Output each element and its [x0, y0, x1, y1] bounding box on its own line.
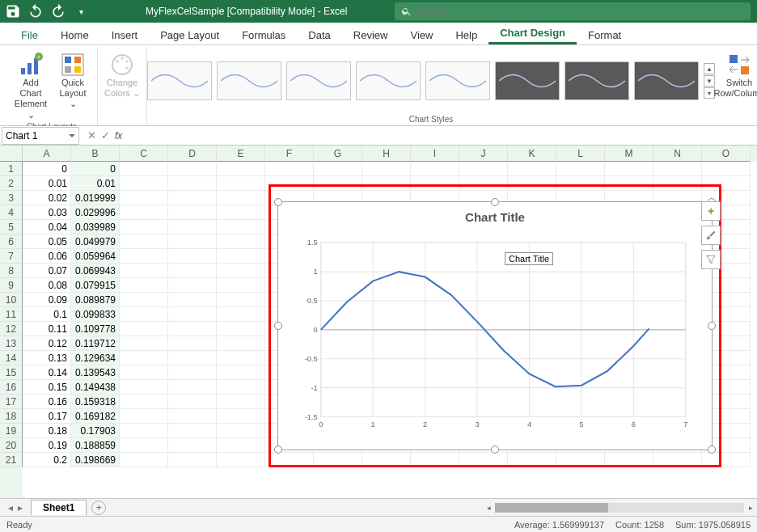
cell-a9[interactable]: 0.08	[23, 278, 71, 293]
cell-b6[interactable]: 0.049979	[71, 234, 120, 249]
row-header-9[interactable]: 9	[0, 278, 23, 293]
sheet-nav-prev[interactable]: ◂	[8, 502, 13, 513]
enter-formula-icon[interactable]: ✓	[101, 129, 110, 141]
search-box[interactable]	[395, 2, 751, 20]
cell-b1[interactable]: 0	[71, 162, 120, 176]
column-header-g[interactable]: G	[314, 146, 362, 162]
cell-b13[interactable]: 0.119712	[71, 336, 120, 351]
cell-b9[interactable]: 0.079915	[71, 278, 120, 293]
horizontal-scrollbar[interactable]: ◂ ▸	[482, 501, 757, 514]
cell-a12[interactable]: 0.11	[23, 322, 71, 336]
row-header-11[interactable]: 11	[0, 307, 23, 322]
tab-chart-design[interactable]: Chart Design	[488, 22, 577, 44]
cell-b10[interactable]: 0.089879	[71, 293, 120, 307]
change-colors-button[interactable]: Change Colors ⌄	[103, 50, 142, 100]
column-header-h[interactable]: H	[362, 146, 411, 162]
cell-b4[interactable]: 0.029996	[71, 205, 120, 220]
column-header-n[interactable]: N	[653, 146, 702, 162]
row-header-12[interactable]: 12	[0, 322, 23, 336]
cell-b11[interactable]: 0.099833	[71, 307, 120, 322]
chart-styles-icon[interactable]	[701, 226, 721, 245]
hscroll-left[interactable]: ◂	[482, 501, 495, 514]
cell-a13[interactable]: 0.12	[23, 336, 71, 351]
cell-b15[interactable]: 0.139543	[71, 365, 120, 380]
chart-elements-icon[interactable]: +	[701, 201, 721, 221]
row-header-8[interactable]: 8	[0, 264, 23, 278]
cell-b20[interactable]: 0.188859	[71, 438, 120, 453]
chart-object[interactable]: Chart Title Chart Title 1.510.50-0.5-1-1…	[277, 201, 713, 450]
save-icon[interactable]	[5, 3, 21, 19]
add-sheet-button[interactable]: +	[91, 500, 106, 515]
quick-layout-button[interactable]: Quick Layout ⌄	[53, 50, 92, 112]
cell-b16[interactable]: 0.149438	[71, 380, 120, 395]
cell-b18[interactable]: 0.169182	[71, 409, 120, 424]
row-header-19[interactable]: 19	[0, 424, 23, 438]
fx-icon[interactable]: fx	[115, 130, 122, 141]
cell-a6[interactable]: 0.05	[23, 234, 71, 249]
cell-a20[interactable]: 0.19	[23, 438, 71, 453]
row-header-16[interactable]: 16	[0, 380, 23, 395]
cell-b3[interactable]: 0.019999	[71, 191, 120, 205]
tab-data[interactable]: Data	[297, 24, 341, 44]
cell-a4[interactable]: 0.03	[23, 205, 71, 220]
cell-b14[interactable]: 0.129634	[71, 351, 120, 365]
chart-style-7[interactable]	[565, 61, 629, 100]
row-header-5[interactable]: 5	[0, 220, 23, 234]
tab-home[interactable]: Home	[49, 24, 100, 44]
chart-filters-icon[interactable]	[701, 250, 721, 269]
select-all-corner[interactable]	[0, 146, 23, 162]
column-header-c[interactable]: C	[120, 146, 168, 162]
cell-b2[interactable]: 0.01	[71, 176, 120, 191]
cancel-formula-icon[interactable]: ✕	[87, 129, 96, 141]
row-header-4[interactable]: 4	[0, 205, 23, 220]
undo-icon[interactable]	[27, 3, 44, 19]
chart-style-8[interactable]	[634, 61, 699, 100]
row-header-21[interactable]: 21	[0, 453, 23, 467]
cell-b21[interactable]: 0.198669	[71, 453, 120, 467]
column-header-f[interactable]: F	[265, 146, 314, 162]
row-header-17[interactable]: 17	[0, 395, 23, 409]
row-header-10[interactable]: 10	[0, 293, 23, 307]
chart-style-3[interactable]	[286, 61, 351, 100]
tab-file[interactable]: File	[10, 24, 49, 44]
cell-b5[interactable]: 0.039989	[71, 220, 120, 234]
cell-b8[interactable]: 0.069943	[71, 264, 120, 278]
row-header-14[interactable]: 14	[0, 351, 23, 365]
row-header-3[interactable]: 3	[0, 191, 23, 205]
chart-style-6[interactable]	[495, 61, 560, 100]
row-header-6[interactable]: 6	[0, 234, 23, 249]
row-header-15[interactable]: 15	[0, 365, 23, 380]
column-header-d[interactable]: D	[168, 146, 217, 162]
column-header-k[interactable]: K	[508, 146, 556, 162]
chart-style-2[interactable]	[217, 61, 281, 100]
column-header-a[interactable]: A	[23, 146, 71, 162]
switch-row-column-button[interactable]: Switch Row/Column	[720, 50, 757, 100]
column-header-m[interactable]: M	[605, 146, 653, 162]
column-header-e[interactable]: E	[217, 146, 265, 162]
cell-a21[interactable]: 0.2	[23, 453, 71, 467]
sheet-nav-next[interactable]: ▸	[18, 502, 23, 513]
cell-a15[interactable]: 0.14	[23, 365, 71, 380]
tab-page-layout[interactable]: Page Layout	[149, 24, 230, 44]
cell-a19[interactable]: 0.18	[23, 424, 71, 438]
column-header-j[interactable]: J	[459, 146, 508, 162]
tab-insert[interactable]: Insert	[100, 24, 150, 44]
row-header-7[interactable]: 7	[0, 249, 23, 264]
chart-plot[interactable]: 1.510.50-0.5-1-1.501234567	[294, 234, 696, 433]
cell-a17[interactable]: 0.16	[23, 395, 71, 409]
add-chart-element-button[interactable]: + Add Chart Element ⌄	[11, 50, 50, 122]
styles-scroll-up[interactable]: ▲	[704, 63, 715, 74]
column-header-l[interactable]: L	[556, 146, 605, 162]
cell-a7[interactable]: 0.06	[23, 249, 71, 264]
tab-help[interactable]: Help	[444, 24, 488, 44]
cell-a3[interactable]: 0.02	[23, 191, 71, 205]
sheet-tab-1[interactable]: Sheet1	[31, 500, 87, 515]
cell-a11[interactable]: 0.1	[23, 307, 71, 322]
cell-a10[interactable]: 0.09	[23, 293, 71, 307]
tab-review[interactable]: Review	[342, 24, 400, 44]
row-header-20[interactable]: 20	[0, 438, 23, 453]
tab-view[interactable]: View	[399, 24, 444, 44]
column-header-i[interactable]: I	[411, 146, 459, 162]
search-input[interactable]	[417, 6, 744, 17]
tab-format[interactable]: Format	[577, 24, 632, 44]
